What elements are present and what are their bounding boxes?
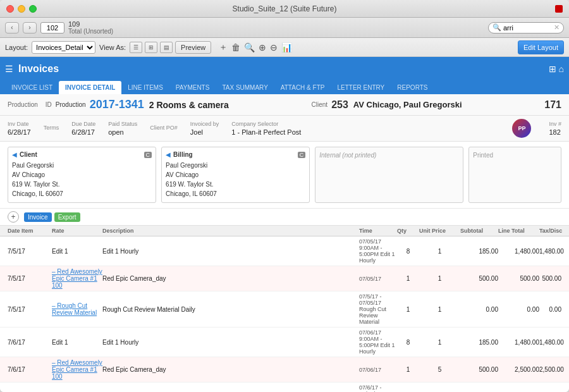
line-date: 7/5/17 — [8, 275, 52, 282]
view-list-icon[interactable]: ☰ — [130, 42, 142, 53]
client-number: 253 — [331, 99, 348, 111]
total-label: Total (Unsorted) — [68, 28, 113, 35]
project-name: 2 Rooms & camera — [149, 100, 229, 110]
line-time: 1 — [397, 306, 419, 313]
line-item-link[interactable]: – Rough Cut Review Material — [52, 302, 102, 316]
details-row: Inv Date 6/28/17 Terms Due Date 6/28/17 … — [0, 116, 569, 142]
inv-table-header: + Invoice Export — [0, 209, 569, 226]
client-address-section: ◀ Client C Paul Gregorski AV Chicago 619… — [8, 147, 156, 203]
view-grid-icon[interactable]: ⊞ — [145, 42, 157, 53]
tab-reports[interactable]: REPORTS — [391, 81, 434, 94]
invoice-number-right: 171 — [544, 99, 561, 111]
internal-section: Internal (not printed) — [315, 147, 463, 203]
line-date: 7/6/17 — [8, 366, 52, 373]
layout-label: Layout: — [5, 44, 28, 51]
toolbar-add-icon[interactable]: ＋ — [219, 42, 228, 53]
address-row: ◀ Client C Paul Gregorski AV Chicago 619… — [0, 142, 569, 209]
paid-status-label: Paid Status — [108, 121, 137, 127]
table-row: 7/6/17 – Red Awesomely Epic Camera #1 10… — [0, 357, 569, 383]
line-qty: 1 — [419, 248, 460, 255]
add-line-button[interactable]: + — [8, 211, 19, 223]
page-input[interactable] — [40, 22, 64, 34]
close-button[interactable] — [6, 5, 14, 13]
tab-tax-summary[interactable]: TAX SUMMARY — [216, 81, 274, 94]
search-input[interactable] — [503, 24, 554, 32]
total-pages: 109 — [68, 20, 113, 28]
back-button[interactable]: ‹ — [5, 22, 19, 34]
grid-icon[interactable]: ⊞ — [549, 64, 556, 74]
line-total: 0.00 — [539, 306, 561, 313]
col-rate: Rate — [52, 228, 102, 234]
invoices-title: Invoices — [18, 63, 59, 75]
production-label: Production — [8, 101, 38, 108]
line-item-link[interactable]: – Red Awesomely Epic Camera #1 100 — [52, 359, 102, 380]
inv-date-val: 6/28/17 — [8, 128, 31, 136]
project-number[interactable]: 2017-1341 — [90, 98, 144, 111]
col-desc: Description — [102, 228, 359, 234]
line-subtotal: 1,480.00 — [498, 248, 539, 255]
tab-attach-ftp[interactable]: ATTACH & FTP — [274, 81, 331, 94]
line-total: 500.00 — [539, 275, 561, 282]
hamburger-icon[interactable]: ☰ — [5, 64, 13, 74]
due-date-item: Due Date 6/28/17 — [71, 121, 95, 136]
client-po-label: Client PO# — [150, 125, 178, 131]
search-clear-icon[interactable]: ✕ — [554, 23, 560, 32]
col-tax-disc: Tax/Disc — [539, 228, 561, 234]
line-desc: 07/5/17 - 07/05/17 Rough Cut Review Mate… — [359, 293, 397, 325]
line-date: 7/5/17 — [8, 248, 52, 255]
invoiced-by-val: Joel — [190, 128, 219, 136]
export-badge: Export — [54, 212, 80, 222]
id-label: ID — [46, 101, 52, 108]
toolbar-minus-icon[interactable]: ⊖ — [270, 42, 278, 52]
col-qty: Qty — [397, 228, 419, 234]
col-date: Date Item — [8, 228, 52, 234]
layout-select[interactable]: Invoices_Detail — [32, 41, 95, 54]
client-addr-title: Client — [20, 151, 37, 158]
tab-invoice-list[interactable]: INVOICE LIST — [5, 81, 59, 94]
traffic-lights — [6, 5, 37, 13]
preview-button[interactable]: Preview — [175, 41, 211, 54]
client-c-badge: C — [144, 152, 152, 158]
forward-button[interactable]: › — [23, 22, 37, 34]
line-item-name: Edit 1 — [52, 248, 102, 255]
terms-label: Terms — [44, 125, 59, 131]
tab-invoice-detail[interactable]: INVOICE DETAIL — [59, 81, 121, 94]
tab-payments[interactable]: PAYMENTS — [169, 81, 216, 94]
search-box[interactable]: 🔍 ✕ — [488, 22, 564, 34]
client-name[interactable]: AV Chicago, Paul Gregorski — [353, 100, 462, 109]
tab-line-items[interactable]: LINE ITEMS — [121, 81, 169, 94]
zoom-button[interactable] — [29, 5, 37, 13]
line-unit-price: 185.00 — [460, 248, 498, 255]
window-title: Studio_Suite_12 (Suite Future) — [233, 4, 337, 13]
billing-c-badge: C — [298, 152, 306, 158]
line-time: 1 — [397, 275, 419, 282]
line-desc: 07/6/17 - 07/06/17 Rough Cut Review Mate… — [359, 384, 397, 392]
nav-bar: ‹ › 109 Total (Unsorted) 🔍 ✕ — [0, 18, 569, 38]
minimize-button[interactable] — [18, 5, 25, 13]
line-time: 8 — [397, 248, 419, 255]
sub-tabs: INVOICE LIST INVOICE DETAIL LINE ITEMS P… — [0, 81, 569, 94]
line-item-link[interactable]: – Red Awesomely Epic Camera #1 100 — [52, 268, 102, 289]
inv-hash-val: 182 — [549, 128, 561, 136]
tab-letter-entry[interactable]: LETTER ENTRY — [331, 81, 391, 94]
app-window: Studio_Suite_12 (Suite Future) ‹ › 109 T… — [0, 0, 569, 392]
view-table-icon[interactable]: ▤ — [160, 42, 173, 53]
client-po-item: Client PO# — [150, 125, 178, 132]
edit-layout-button[interactable]: Edit Layout — [518, 40, 564, 54]
toolbar-search-icon[interactable]: 🔍 — [244, 42, 255, 52]
toolbar-copy-icon[interactable]: ⊕ — [259, 42, 266, 52]
table-row: 7/6/17 Edit 1 Edit 1 Hourly 07/06/17 9:0… — [0, 328, 569, 357]
line-total: 1,480.00 — [539, 339, 561, 346]
main-header: ☰ Invoices ⊞ ⌂ — [0, 57, 569, 81]
id-value: Production — [56, 101, 86, 108]
line-rate: Red Epic Camera_day — [102, 366, 359, 373]
inv-date-label: Inv Date — [8, 121, 31, 127]
toolbar-chart-icon[interactable]: 📊 — [281, 42, 292, 52]
inv-hash-item: Inv # 182 — [549, 121, 561, 136]
toolbar-trash-icon[interactable]: 🗑 — [231, 42, 240, 52]
line-desc: 07/06/17 — [359, 367, 397, 373]
line-subtotal: 0.00 — [498, 306, 539, 313]
line-time: 1 — [397, 366, 419, 373]
title-bar: Studio_Suite_12 (Suite Future) — [0, 0, 569, 18]
home-icon[interactable]: ⌂ — [559, 64, 564, 74]
